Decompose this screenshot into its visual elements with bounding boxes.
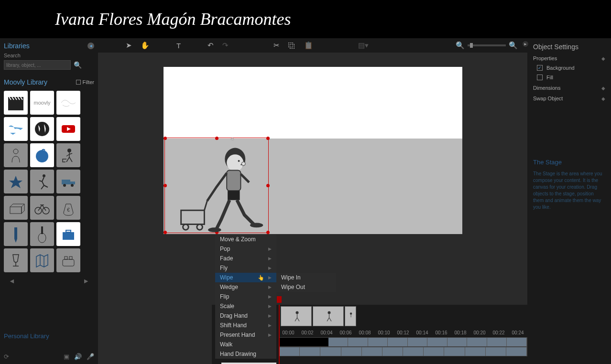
thumb-truck[interactable] xyxy=(56,170,80,193)
mic-icon[interactable]: 🎤 xyxy=(87,353,94,360)
pager-prev-icon[interactable]: ◄ xyxy=(9,277,15,285)
background-row[interactable]: ✓Background xyxy=(533,65,605,71)
thumb-wine[interactable] xyxy=(4,248,28,272)
svg-point-26 xyxy=(238,160,240,162)
thumb-bicycle[interactable] xyxy=(30,196,54,220)
resize-handle-tm[interactable] xyxy=(215,137,218,140)
canvas-area: ⟲ xyxy=(98,53,527,287)
track-row[interactable] xyxy=(279,347,527,356)
zoom-slider[interactable] xyxy=(468,44,506,46)
menu-flip[interactable]: Flip▶ xyxy=(215,292,276,301)
expand-icon[interactable]: ◆ xyxy=(601,56,605,61)
hand-tool-icon[interactable]: ✋ xyxy=(141,41,150,50)
properties-section[interactable]: Properties◆ xyxy=(533,55,605,61)
thumb-globe[interactable] xyxy=(30,117,54,141)
boy-walking-object[interactable] xyxy=(175,140,268,234)
menu-move-zoom[interactable]: Move & Zoom xyxy=(215,235,276,244)
expand-icon[interactable]: ◆ xyxy=(601,86,605,91)
svg-rect-19 xyxy=(63,232,74,240)
collapse-sidebar-icon[interactable]: ◄ xyxy=(87,43,94,49)
pager-next-icon[interactable]: ► xyxy=(83,277,89,285)
cut-icon[interactable]: ✂ xyxy=(273,41,280,50)
thumb-briefcase[interactable] xyxy=(56,222,80,246)
timeline-thumb[interactable] xyxy=(345,306,356,326)
thumb-person-outline[interactable] xyxy=(4,143,28,167)
timeline-thumb[interactable] xyxy=(313,306,344,326)
menu-present-hand[interactable]: Present Hand▶ xyxy=(215,330,276,340)
pointer-tool-icon[interactable]: ➤ xyxy=(126,41,132,50)
thumb-youtube[interactable] xyxy=(56,117,80,141)
project-title: Ivana Flores Magón Bracamontes xyxy=(55,9,291,29)
thumb-star-person[interactable] xyxy=(4,170,28,193)
timeline-clip[interactable] xyxy=(279,338,328,346)
redo-icon[interactable]: ↷ xyxy=(222,41,229,50)
zoom-in-icon[interactable]: 🔍 xyxy=(509,41,518,50)
thumb-pen[interactable] xyxy=(4,222,28,246)
menu-walk[interactable]: Walk xyxy=(215,340,276,349)
filter-checkbox[interactable] xyxy=(76,80,81,85)
svg-rect-9 xyxy=(70,182,75,184)
fill-checkbox[interactable] xyxy=(537,75,543,80)
dimensions-section[interactable]: Dimensions◆ xyxy=(533,85,605,91)
resize-handle-ml[interactable] xyxy=(164,184,167,187)
background-checkbox[interactable]: ✓ xyxy=(537,65,543,71)
playhead-head[interactable] xyxy=(277,296,282,303)
filter-toggle[interactable]: Filter xyxy=(76,79,94,85)
camera-icon[interactable]: ▣ xyxy=(64,353,69,360)
search-icon[interactable]: 🔍 xyxy=(74,61,82,69)
thumb-map[interactable] xyxy=(30,248,54,272)
undo-icon[interactable]: ↶ xyxy=(207,41,214,50)
search-input[interactable] xyxy=(4,60,71,70)
copy-icon[interactable]: ⿻ xyxy=(288,42,295,50)
paste-icon[interactable]: 📋 xyxy=(304,41,313,50)
thumb-guitar[interactable] xyxy=(30,222,54,246)
object-settings-title: Object Settings xyxy=(533,43,605,51)
thumb-boy-walking[interactable] xyxy=(56,143,80,167)
resize-handle-bl[interactable] xyxy=(164,231,167,234)
resize-handle-tl[interactable] xyxy=(164,137,167,140)
thumb-runner[interactable] xyxy=(30,170,54,193)
menu-wipe[interactable]: Wipe👆▶ xyxy=(215,273,276,282)
svg-point-33 xyxy=(183,225,188,230)
thumb-world-map[interactable] xyxy=(4,117,28,141)
track-row[interactable] xyxy=(279,337,527,347)
thumb-clapperboard[interactable] xyxy=(4,91,28,115)
expand-panel-icon[interactable]: ► xyxy=(523,41,528,47)
stage-canvas[interactable]: ⟲ xyxy=(164,67,462,234)
submenu-arrow-icon: ▶ xyxy=(268,332,272,337)
menu-fly[interactable]: Fly▶ xyxy=(215,263,276,273)
expand-icon[interactable]: ◆ xyxy=(601,96,605,101)
menu-scale[interactable]: Scale▶ xyxy=(215,301,276,311)
thumb-world-outline[interactable] xyxy=(56,91,80,115)
menu-wedge[interactable]: Wedge▶ xyxy=(215,282,276,292)
sound-icon[interactable]: 🔊 xyxy=(74,353,82,360)
ruler-tick: 00:18 xyxy=(451,330,470,335)
submenu-wipe-out[interactable]: Wipe Out xyxy=(276,282,336,292)
menu-pop[interactable]: Pop▶ xyxy=(215,244,276,254)
zoom-out-icon[interactable]: 🔍 xyxy=(456,41,465,50)
timeline-thumb[interactable] xyxy=(281,306,312,326)
thumb-toaster[interactable] xyxy=(56,248,80,272)
search-label: Search xyxy=(4,53,94,58)
resize-handle-tr[interactable] xyxy=(266,137,270,140)
swap-object-section[interactable]: Swap Object◆ xyxy=(533,96,605,101)
menu-drag-hand[interactable]: Drag Hand▶ xyxy=(215,311,276,321)
thumb-apple[interactable] xyxy=(30,143,54,167)
sidebar-bottom-icons: ⟳ ▣ 🔊 🎤 xyxy=(4,353,94,360)
submenu-wipe-in[interactable]: Wipe In xyxy=(276,273,336,282)
ruler-tick: 00:06 xyxy=(336,330,355,335)
thumb-money-bag[interactable]: € xyxy=(56,196,80,220)
thumb-moovly-logo[interactable]: moovly xyxy=(30,91,54,115)
fill-row[interactable]: Fill xyxy=(533,75,605,80)
align-icon[interactable]: ▤▾ xyxy=(358,41,369,50)
zoom-handle[interactable] xyxy=(470,43,473,48)
menu-fade[interactable]: Fade▶ xyxy=(215,254,276,263)
selection-box[interactable]: ⟲ xyxy=(164,138,269,233)
personal-library-label[interactable]: Personal Library xyxy=(4,332,94,340)
text-tool-icon[interactable]: T xyxy=(176,42,181,50)
menu-hand-drawing[interactable]: Hand Drawing xyxy=(215,349,276,359)
playhead[interactable] xyxy=(279,305,280,364)
refresh-icon[interactable]: ⟳ xyxy=(4,353,9,360)
thumb-box[interactable] xyxy=(4,196,28,220)
menu-shift-hand[interactable]: Shift Hand▶ xyxy=(215,321,276,330)
